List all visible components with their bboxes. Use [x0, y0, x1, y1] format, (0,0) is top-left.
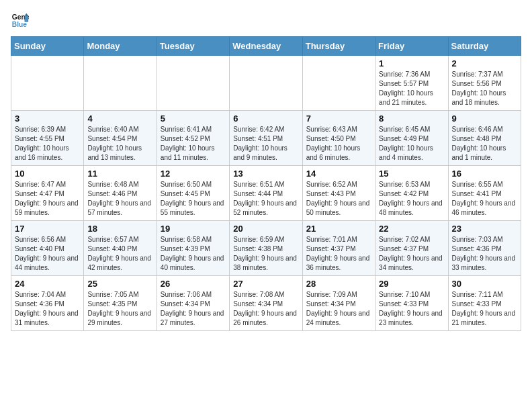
calendar-cell: 14Sunrise: 6:52 AM Sunset: 4:43 PM Dayli…: [302, 166, 375, 221]
day-number: 10: [15, 169, 80, 179]
day-number: 26: [161, 279, 226, 289]
day-info: Sunrise: 7:04 AM Sunset: 4:36 PM Dayligh…: [15, 290, 80, 328]
day-number: 8: [379, 113, 444, 124]
header: General Blue: [11, 11, 521, 30]
day-info: Sunrise: 6:53 AM Sunset: 4:42 PM Dayligh…: [379, 180, 444, 218]
calendar-cell: 18Sunrise: 6:57 AM Sunset: 4:40 PM Dayli…: [84, 221, 157, 276]
day-info: Sunrise: 7:37 AM Sunset: 5:56 PM Dayligh…: [452, 70, 517, 107]
calendar-week-3: 10Sunrise: 6:47 AM Sunset: 4:47 PM Dayli…: [11, 166, 521, 221]
day-number: 7: [306, 113, 371, 124]
day-number: 23: [452, 224, 517, 234]
day-info: Sunrise: 6:48 AM Sunset: 4:46 PM Dayligh…: [87, 180, 152, 218]
day-info: Sunrise: 6:55 AM Sunset: 4:41 PM Dayligh…: [452, 180, 517, 218]
day-number: 6: [233, 113, 298, 124]
calendar-cell: 1Sunrise: 7:36 AM Sunset: 5:57 PM Daylig…: [375, 56, 448, 111]
calendar-cell: 24Sunrise: 7:04 AM Sunset: 4:36 PM Dayli…: [11, 276, 84, 331]
calendar-cell: 8Sunrise: 6:45 AM Sunset: 4:49 PM Daylig…: [375, 111, 448, 166]
calendar-cell: 19Sunrise: 6:58 AM Sunset: 4:39 PM Dayli…: [157, 221, 229, 276]
calendar-cell: [230, 56, 302, 111]
calendar-cell: 4Sunrise: 6:40 AM Sunset: 4:54 PM Daylig…: [84, 111, 157, 166]
calendar-cell: 21Sunrise: 7:01 AM Sunset: 4:37 PM Dayli…: [302, 221, 375, 276]
day-info: Sunrise: 6:43 AM Sunset: 4:50 PM Dayligh…: [306, 125, 371, 163]
day-number: 13: [233, 169, 298, 179]
day-info: Sunrise: 7:09 AM Sunset: 4:34 PM Dayligh…: [306, 290, 371, 328]
day-info: Sunrise: 6:57 AM Sunset: 4:40 PM Dayligh…: [87, 235, 152, 273]
header-tuesday: Tuesday: [157, 37, 229, 56]
day-info: Sunrise: 7:01 AM Sunset: 4:37 PM Dayligh…: [306, 235, 371, 273]
svg-text:Blue: Blue: [12, 21, 28, 28]
day-number: 2: [452, 58, 517, 68]
calendar-cell: 17Sunrise: 6:56 AM Sunset: 4:40 PM Dayli…: [11, 221, 84, 276]
day-info: Sunrise: 7:03 AM Sunset: 4:36 PM Dayligh…: [452, 235, 517, 273]
day-number: 9: [452, 113, 517, 124]
day-number: 3: [15, 113, 80, 124]
calendar-cell: 10Sunrise: 6:47 AM Sunset: 4:47 PM Dayli…: [11, 166, 84, 221]
calendar-cell: 3Sunrise: 6:39 AM Sunset: 4:55 PM Daylig…: [11, 111, 84, 166]
day-number: 12: [161, 169, 226, 179]
calendar-cell: 5Sunrise: 6:41 AM Sunset: 4:52 PM Daylig…: [157, 111, 229, 166]
calendar-cell: 20Sunrise: 6:59 AM Sunset: 4:38 PM Dayli…: [230, 221, 302, 276]
calendar-cell: 27Sunrise: 7:08 AM Sunset: 4:34 PM Dayli…: [230, 276, 302, 331]
day-info: Sunrise: 6:40 AM Sunset: 4:54 PM Dayligh…: [87, 125, 152, 163]
calendar-cell: 15Sunrise: 6:53 AM Sunset: 4:42 PM Dayli…: [375, 166, 448, 221]
calendar-week-4: 17Sunrise: 6:56 AM Sunset: 4:40 PM Dayli…: [11, 221, 521, 276]
day-number: 18: [87, 224, 152, 234]
calendar-cell: 12Sunrise: 6:50 AM Sunset: 4:45 PM Dayli…: [157, 166, 229, 221]
day-info: Sunrise: 6:50 AM Sunset: 4:45 PM Dayligh…: [161, 180, 226, 218]
day-number: 14: [306, 169, 371, 179]
day-info: Sunrise: 6:47 AM Sunset: 4:47 PM Dayligh…: [15, 180, 80, 218]
day-number: 5: [161, 113, 226, 124]
calendar-week-1: 1Sunrise: 7:36 AM Sunset: 5:57 PM Daylig…: [11, 56, 521, 111]
svg-marker-2: [25, 15, 29, 21]
calendar-cell: [157, 56, 229, 111]
logo: General Blue: [11, 11, 32, 30]
header-sunday: Sunday: [11, 37, 84, 56]
day-info: Sunrise: 6:52 AM Sunset: 4:43 PM Dayligh…: [306, 180, 371, 218]
header-wednesday: Wednesday: [230, 37, 302, 56]
day-number: 19: [161, 224, 226, 234]
day-info: Sunrise: 6:39 AM Sunset: 4:55 PM Dayligh…: [15, 125, 80, 163]
day-number: 29: [379, 279, 444, 289]
calendar-cell: 25Sunrise: 7:05 AM Sunset: 4:35 PM Dayli…: [84, 276, 157, 331]
calendar-week-5: 24Sunrise: 7:04 AM Sunset: 4:36 PM Dayli…: [11, 276, 521, 331]
day-number: 30: [452, 279, 517, 289]
day-info: Sunrise: 7:06 AM Sunset: 4:34 PM Dayligh…: [161, 290, 226, 328]
calendar: SundayMondayTuesdayWednesdayThursdayFrid…: [11, 36, 521, 331]
calendar-cell: 13Sunrise: 6:51 AM Sunset: 4:44 PM Dayli…: [230, 166, 302, 221]
calendar-cell: 11Sunrise: 6:48 AM Sunset: 4:46 PM Dayli…: [84, 166, 157, 221]
day-info: Sunrise: 7:08 AM Sunset: 4:34 PM Dayligh…: [233, 290, 298, 328]
header-monday: Monday: [84, 37, 157, 56]
header-saturday: Saturday: [448, 37, 521, 56]
header-thursday: Thursday: [302, 37, 375, 56]
calendar-cell: 26Sunrise: 7:06 AM Sunset: 4:34 PM Dayli…: [157, 276, 229, 331]
day-number: 15: [379, 169, 444, 179]
day-number: 11: [87, 169, 152, 179]
day-info: Sunrise: 7:36 AM Sunset: 5:57 PM Dayligh…: [379, 70, 444, 107]
calendar-cell: 6Sunrise: 6:42 AM Sunset: 4:51 PM Daylig…: [230, 111, 302, 166]
header-friday: Friday: [375, 37, 448, 56]
day-info: Sunrise: 6:41 AM Sunset: 4:52 PM Dayligh…: [161, 125, 226, 163]
day-info: Sunrise: 6:51 AM Sunset: 4:44 PM Dayligh…: [233, 180, 298, 218]
calendar-cell: 9Sunrise: 6:46 AM Sunset: 4:48 PM Daylig…: [448, 111, 521, 166]
day-info: Sunrise: 6:58 AM Sunset: 4:39 PM Dayligh…: [161, 235, 226, 273]
day-number: 28: [306, 279, 371, 289]
day-info: Sunrise: 7:02 AM Sunset: 4:37 PM Dayligh…: [379, 235, 444, 273]
calendar-cell: 23Sunrise: 7:03 AM Sunset: 4:36 PM Dayli…: [448, 221, 521, 276]
day-info: Sunrise: 6:46 AM Sunset: 4:48 PM Dayligh…: [452, 125, 517, 163]
logo-icon: General Blue: [11, 11, 30, 30]
day-info: Sunrise: 6:45 AM Sunset: 4:49 PM Dayligh…: [379, 125, 444, 163]
calendar-cell: [302, 56, 375, 111]
day-number: 25: [87, 279, 152, 289]
day-number: 20: [233, 224, 298, 234]
day-number: 1: [379, 58, 444, 68]
calendar-cell: 7Sunrise: 6:43 AM Sunset: 4:50 PM Daylig…: [302, 111, 375, 166]
calendar-cell: [11, 56, 84, 111]
calendar-cell: 30Sunrise: 7:11 AM Sunset: 4:33 PM Dayli…: [448, 276, 521, 331]
calendar-cell: 29Sunrise: 7:10 AM Sunset: 4:33 PM Dayli…: [375, 276, 448, 331]
day-info: Sunrise: 6:56 AM Sunset: 4:40 PM Dayligh…: [15, 235, 80, 273]
calendar-cell: 28Sunrise: 7:09 AM Sunset: 4:34 PM Dayli…: [302, 276, 375, 331]
calendar-header-row: SundayMondayTuesdayWednesdayThursdayFrid…: [11, 37, 521, 56]
day-info: Sunrise: 6:42 AM Sunset: 4:51 PM Dayligh…: [233, 125, 298, 163]
calendar-week-2: 3Sunrise: 6:39 AM Sunset: 4:55 PM Daylig…: [11, 111, 521, 166]
day-info: Sunrise: 7:05 AM Sunset: 4:35 PM Dayligh…: [87, 290, 152, 328]
